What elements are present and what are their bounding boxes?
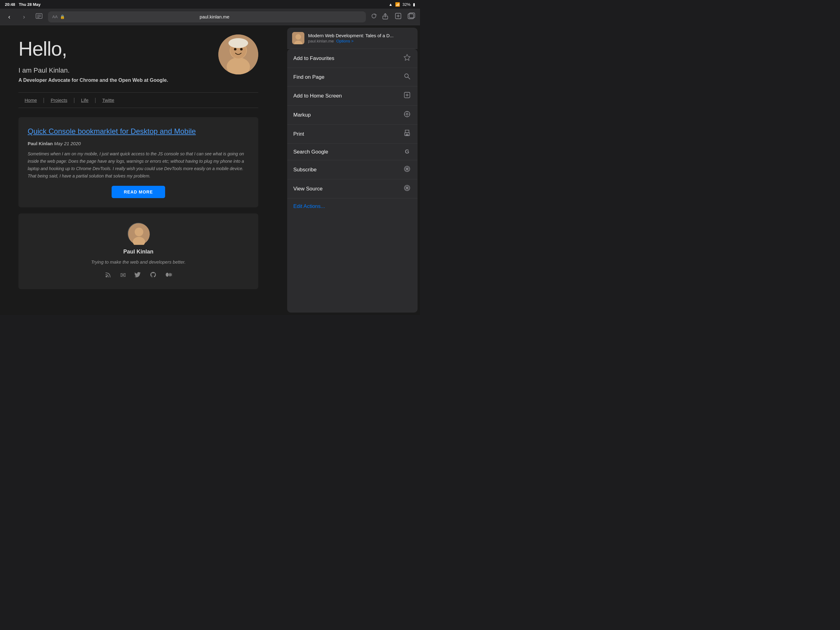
svg-point-19 bbox=[135, 228, 143, 236]
menu-label-find-on-page: Find on Page bbox=[293, 74, 324, 80]
tab-url: paul.kinlan.me bbox=[308, 39, 334, 43]
rss-icon[interactable] bbox=[105, 271, 112, 280]
menu-label-subscribe: Subscribe bbox=[293, 167, 317, 173]
menu-item-find-on-page[interactable]: Find on Page bbox=[287, 68, 418, 86]
author-bio: Trying to make the web and developers be… bbox=[91, 259, 186, 264]
article-meta: Paul Kinlan May 21 2020 bbox=[28, 141, 249, 146]
menu-label-add-home-screen: Add to Home Screen bbox=[293, 93, 342, 99]
menu-item-edit-actions[interactable]: Edit Actions... bbox=[287, 198, 418, 214]
print-icon bbox=[403, 130, 411, 138]
signal-icon: 📶 bbox=[395, 2, 400, 7]
tabs-button[interactable] bbox=[406, 11, 416, 22]
menu-label-markup: Markup bbox=[293, 112, 311, 118]
svg-rect-40 bbox=[405, 130, 409, 133]
article-body: Sometimes when I am on my mobile, I just… bbox=[28, 150, 249, 180]
svg-point-21 bbox=[106, 276, 107, 277]
menu-item-subscribe[interactable]: Subscribe bbox=[287, 160, 418, 179]
medium-icon[interactable] bbox=[165, 271, 172, 280]
email-icon[interactable]: ✉ bbox=[120, 271, 126, 280]
menu-item-markup[interactable]: Markup bbox=[287, 106, 418, 125]
aa-button[interactable]: AA bbox=[52, 14, 57, 19]
article-date: May 21 2020 bbox=[54, 141, 81, 146]
url-text[interactable]: paul.kinlan.me bbox=[67, 14, 362, 19]
tab-info: Modern Web Development: Tales of a D... … bbox=[308, 33, 413, 43]
tab-preview: Modern Web Development: Tales of a D... … bbox=[287, 28, 418, 49]
subscribe-icon bbox=[403, 165, 411, 174]
reload-button[interactable] bbox=[371, 13, 377, 21]
svg-point-15 bbox=[234, 48, 237, 51]
bookmarks-button[interactable] bbox=[33, 12, 44, 22]
new-tab-button[interactable] bbox=[393, 11, 403, 22]
svg-point-24 bbox=[171, 273, 172, 276]
menu-label-edit-actions: Edit Actions... bbox=[293, 203, 325, 209]
status-bar: 20:48 Thu 28 May ▲ 📶 32% ▮ bbox=[0, 0, 420, 9]
battery-icon: ▮ bbox=[413, 2, 415, 7]
svg-marker-28 bbox=[404, 54, 410, 60]
author-card: Paul Kinlan Trying to make the web and d… bbox=[19, 214, 258, 289]
time: 20:48 bbox=[5, 2, 15, 7]
menu-label-print: Print bbox=[293, 131, 304, 137]
nav-twitter[interactable]: Twitte bbox=[96, 98, 120, 103]
tab-options-button[interactable]: Options > bbox=[336, 39, 354, 43]
context-menu-overlay: Modern Web Development: Tales of a D... … bbox=[285, 25, 420, 315]
forward-button[interactable]: › bbox=[19, 12, 30, 22]
share-button[interactable] bbox=[381, 11, 390, 22]
tab-title: Modern Web Development: Tales of a D... bbox=[308, 33, 413, 38]
status-left: 20:48 Thu 28 May bbox=[5, 2, 41, 7]
nav-projects[interactable]: Projects bbox=[44, 98, 74, 103]
context-menu-panel: Add to Favourites Find on Page Add bbox=[287, 49, 418, 313]
svg-point-16 bbox=[240, 48, 243, 51]
hero-title: Hello, bbox=[19, 38, 212, 60]
social-icons: ✉ bbox=[105, 271, 172, 280]
menu-item-search-google[interactable]: Search Google G bbox=[287, 144, 418, 160]
star-icon bbox=[403, 54, 411, 63]
wifi-icon: ▲ bbox=[388, 2, 393, 7]
date: Thu 28 May bbox=[19, 2, 41, 7]
author-avatar bbox=[128, 223, 149, 244]
twitter-icon[interactable] bbox=[134, 271, 141, 280]
author-name: Paul Kinlan bbox=[123, 249, 153, 255]
svg-point-35 bbox=[406, 113, 408, 115]
status-right: ▲ 📶 32% ▮ bbox=[388, 2, 415, 7]
tab-url-row: paul.kinlan.me Options > bbox=[308, 39, 413, 43]
view-source-icon bbox=[403, 184, 411, 193]
article-title[interactable]: Quick Console bookmarklet for Desktop an… bbox=[28, 127, 249, 136]
intro-desc: A Developer Advocate for Chrome and the … bbox=[19, 78, 212, 83]
add-home-icon bbox=[403, 91, 411, 100]
svg-line-30 bbox=[408, 77, 410, 79]
nav-links: Home | Projects | Life | Twitte bbox=[19, 92, 258, 108]
back-button[interactable]: ‹ bbox=[4, 12, 15, 22]
menu-label-view-source: View Source bbox=[293, 186, 322, 192]
menu-item-view-source[interactable]: View Source bbox=[287, 179, 418, 198]
markup-icon bbox=[403, 111, 411, 119]
profile-image bbox=[218, 35, 258, 74]
github-icon[interactable] bbox=[150, 271, 156, 280]
menu-label-search-google: Search Google bbox=[293, 149, 328, 155]
menu-label-add-favourites: Add to Favourites bbox=[293, 55, 334, 62]
read-more-button[interactable]: READ MORE bbox=[112, 186, 166, 198]
svg-point-17 bbox=[229, 38, 248, 48]
address-bar[interactable]: AA 🔒 paul.kinlan.me bbox=[48, 11, 366, 22]
nav-life[interactable]: Life bbox=[75, 98, 95, 103]
svg-point-23 bbox=[169, 273, 171, 277]
search-icon bbox=[403, 73, 411, 81]
google-icon: G bbox=[403, 149, 411, 155]
menu-item-add-favourites[interactable]: Add to Favourites bbox=[287, 49, 418, 68]
menu-item-add-home-screen[interactable]: Add to Home Screen bbox=[287, 86, 418, 106]
nav-home[interactable]: Home bbox=[19, 98, 43, 103]
toolbar-right bbox=[381, 11, 416, 22]
intro-name: I am Paul Kinlan. bbox=[19, 66, 212, 74]
svg-point-29 bbox=[405, 74, 408, 78]
svg-point-26 bbox=[295, 34, 301, 40]
tab-favicon bbox=[292, 32, 305, 44]
webpage-inner: Hello, I am Paul Kinlan. A Developer Adv… bbox=[0, 25, 277, 301]
article-card: Quick Console bookmarklet for Desktop an… bbox=[19, 117, 258, 207]
main-area: Hello, I am Paul Kinlan. A Developer Adv… bbox=[0, 25, 420, 315]
lock-icon: 🔒 bbox=[60, 14, 65, 19]
browser-toolbar: ‹ › AA 🔒 paul.kinlan.me bbox=[0, 9, 420, 25]
article-author: Paul Kinlan bbox=[28, 141, 53, 146]
menu-item-print[interactable]: Print bbox=[287, 125, 418, 144]
battery-label: 32% bbox=[403, 2, 411, 7]
svg-point-22 bbox=[166, 273, 169, 277]
